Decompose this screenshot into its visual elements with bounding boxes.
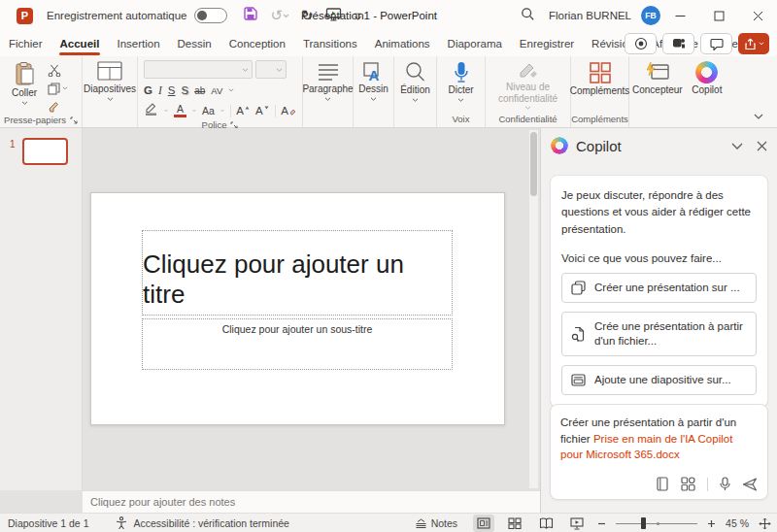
clear-formatting-button[interactable]: A (281, 105, 296, 116)
notes-icon (415, 518, 427, 529)
notes-toggle[interactable]: Notes (415, 517, 457, 529)
tab-dessin[interactable]: Dessin (169, 31, 220, 56)
minimize-button[interactable] (660, 0, 699, 31)
chevron-down-icon[interactable] (228, 88, 234, 92)
decrease-font-size-button[interactable]: A (255, 105, 269, 116)
slides-group: Diapositives (83, 56, 138, 127)
highlight-color-button[interactable] (144, 102, 158, 119)
zoom-out-button[interactable] (597, 519, 606, 528)
copilot-composer[interactable]: Créer une présentation à partir d'un fic… (550, 404, 768, 500)
avatar[interactable]: FB (641, 6, 660, 25)
maximize-button[interactable] (699, 0, 738, 31)
change-case-button[interactable]: Aa (202, 105, 215, 116)
slide-counter[interactable]: Diapositive 1 de 1 (8, 517, 88, 529)
suggestion-create-from-file[interactable]: Crée une présentation à partir d'un fich… (561, 312, 757, 356)
accessibility-status[interactable]: Accessibilité : vérification terminée (133, 517, 288, 529)
teams-meeting-button[interactable] (662, 33, 694, 54)
font-group: G I S S ab AV A Aa A A A Po (138, 56, 303, 127)
designer-button[interactable]: Concepteur (632, 58, 683, 113)
cut-button[interactable] (46, 62, 70, 78)
autosave-toggle[interactable] (194, 8, 227, 23)
tab-insertion[interactable]: Insertion (108, 31, 168, 56)
slider-thumb[interactable] (641, 517, 646, 529)
zoom-level[interactable]: 45 % (726, 517, 749, 529)
copilot-button[interactable]: Copilot (687, 58, 727, 113)
tab-transitions[interactable]: Transitions (294, 31, 366, 56)
slide-canvas[interactable]: Cliquez pour ajouter un titre Cliquez po… (90, 192, 505, 425)
copilot-icon (695, 61, 718, 83)
editing-button[interactable]: Édition (397, 58, 433, 113)
font-size-combobox[interactable] (255, 60, 287, 79)
copilot-icon (551, 137, 568, 154)
designer-icon (645, 61, 670, 83)
zoom-slider[interactable] (616, 514, 697, 532)
scrollbar-thumb[interactable] (530, 132, 537, 196)
chevron-down-icon[interactable] (220, 109, 224, 113)
user-name[interactable]: Florian BURNEL (549, 10, 631, 21)
draw-group: A Dessin (354, 56, 394, 127)
reading-view-button[interactable] (535, 515, 557, 532)
slide-thumbnail-panel: 1 (0, 128, 83, 490)
italic-button[interactable]: I (158, 84, 162, 96)
dialog-launcher-icon[interactable] (70, 116, 78, 124)
zoom-in-button[interactable] (707, 519, 716, 528)
tab-conception[interactable]: Conception (220, 31, 294, 56)
increase-font-size-button[interactable]: A (236, 105, 250, 116)
bold-button[interactable]: G (144, 84, 152, 96)
comments-button[interactable] (700, 33, 732, 54)
suggestion-add-slide[interactable]: Ajoute une diapositive sur... (561, 365, 757, 395)
slider-midpoint (657, 522, 659, 525)
accessibility-icon (116, 516, 127, 529)
editing-group: Édition (394, 56, 437, 127)
panel-chevron-down-icon[interactable] (731, 143, 743, 150)
mic-icon[interactable] (720, 477, 730, 491)
character-spacing-button[interactable]: AV (211, 85, 222, 96)
share-button[interactable] (738, 33, 769, 54)
chevron-down-icon (62, 86, 68, 90)
vertical-scrollbar[interactable] (529, 130, 538, 488)
paste-button[interactable]: Coller (3, 58, 46, 115)
font-name-combobox[interactable] (144, 60, 253, 79)
dictate-button[interactable]: Dicter (440, 58, 482, 113)
strikethrough-button[interactable]: ab (194, 85, 205, 96)
draw-button[interactable]: A Dessin (356, 58, 390, 113)
font-color-button[interactable]: A (174, 104, 186, 118)
search-icon[interactable] (521, 7, 535, 25)
normal-view-button[interactable] (473, 515, 494, 532)
chevron-down-icon (324, 97, 331, 101)
paragraph-button[interactable]: Paragraphe (304, 58, 353, 113)
record-button[interactable] (625, 33, 657, 54)
underline-button[interactable]: S (168, 84, 176, 96)
tab-animations[interactable]: Animations (366, 31, 439, 56)
send-icon[interactable] (742, 478, 758, 491)
copy-button[interactable] (46, 81, 70, 96)
fit-slide-to-window-button[interactable] (759, 517, 771, 530)
addins-button[interactable]: Compléments (572, 58, 628, 113)
tab-accueil[interactable]: Accueil (51, 31, 109, 56)
chevron-down-icon[interactable] (192, 109, 196, 113)
close-button[interactable] (738, 0, 777, 31)
subtitle-placeholder[interactable]: Cliquez pour ajouter un sous-titre (142, 318, 453, 370)
notes-pane[interactable]: Cliquez pour ajouter des notes (83, 490, 540, 513)
slide-layout-icon (571, 374, 586, 386)
panel-close-icon[interactable] (757, 141, 767, 151)
chevron-down-icon[interactable] (164, 109, 168, 113)
plugins-icon[interactable] (681, 477, 695, 491)
collapse-ribbon-chevron-icon[interactable] (754, 114, 763, 119)
tab-fichier[interactable]: Fichier (0, 31, 51, 56)
tab-enregistrer[interactable]: Enregistrer (511, 31, 583, 56)
suggestion-create-presentation[interactable]: Créer une présentation sur ... (561, 273, 757, 303)
text-shadow-button[interactable]: S (181, 84, 188, 96)
chevron-down-icon (412, 98, 419, 102)
save-icon[interactable] (243, 6, 258, 25)
tab-diaporama[interactable]: Diaporama (439, 31, 511, 56)
addins-grid-icon (589, 61, 612, 84)
format-painter-button[interactable] (46, 99, 70, 115)
slideshow-view-button[interactable] (566, 515, 588, 532)
slide-thumbnail[interactable] (22, 138, 68, 165)
new-slide-button[interactable]: Diapositives (84, 58, 136, 113)
document-title: Présentation1 - PowerPoint (262, 0, 476, 31)
prompt-guide-icon[interactable] (656, 477, 669, 491)
slide-sorter-view-button[interactable] (504, 515, 525, 532)
title-placeholder[interactable]: Cliquez pour ajouter un titre (142, 230, 453, 316)
